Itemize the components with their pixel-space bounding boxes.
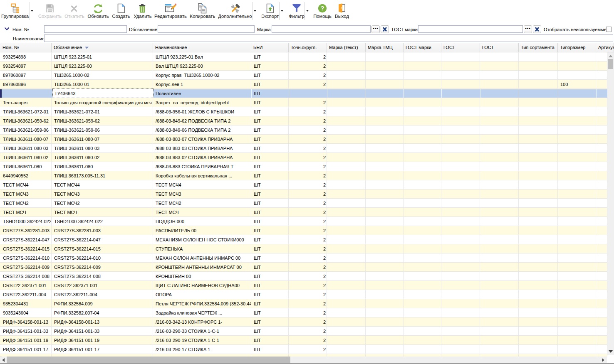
svg-text:?: ?: [320, 5, 324, 12]
